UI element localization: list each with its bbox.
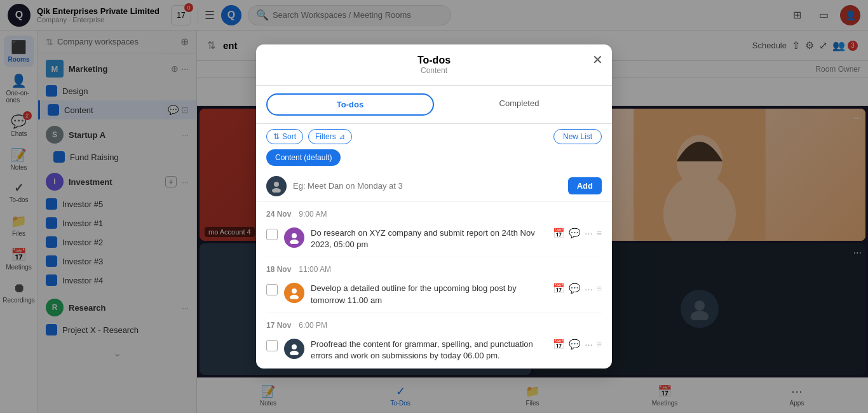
todo-time-1: 9:00 AM bbox=[299, 210, 327, 219]
drag-handle-1[interactable]: ≡ bbox=[597, 228, 602, 238]
svg-point-12 bbox=[292, 288, 297, 294]
add-todo-button[interactable]: Add bbox=[568, 177, 602, 194]
modal-close-button[interactable]: ✕ bbox=[592, 52, 603, 67]
todo-actions-2: 📅 💬 ··· ≡ bbox=[553, 283, 602, 294]
todo-checkbox-3[interactable] bbox=[266, 340, 278, 351]
todo-group-1: 24 Nov 9:00 AM Do research on XYZ compan… bbox=[256, 202, 612, 257]
svg-point-8 bbox=[274, 182, 279, 187]
todo-actions-3: 📅 💬 ··· ≡ bbox=[553, 339, 602, 350]
modal-list-tabs: Content (default) bbox=[256, 149, 612, 171]
drag-handle-2[interactable]: ≡ bbox=[597, 283, 602, 294]
svg-point-14 bbox=[292, 344, 297, 349]
todo-checkbox-2[interactable] bbox=[266, 284, 278, 295]
todo-time-2: 11:00 AM bbox=[299, 265, 331, 274]
modal-title: To-dos bbox=[266, 55, 602, 66]
calendar-action-icon-3[interactable]: 📅 bbox=[553, 339, 565, 350]
drag-handle-3[interactable]: ≡ bbox=[597, 339, 602, 349]
todo-date-2: 18 Nov bbox=[266, 265, 291, 274]
new-list-button[interactable]: New List bbox=[553, 129, 602, 144]
filter-icon: ⊿ bbox=[339, 132, 345, 141]
modal-tabs: To-dos Completed bbox=[256, 86, 612, 124]
filter-label: Filters bbox=[315, 132, 336, 141]
svg-point-11 bbox=[290, 240, 299, 244]
todo-date-header-3: 17 Nov 6:00 PM bbox=[266, 313, 602, 332]
tab-todos[interactable]: To-dos bbox=[266, 93, 434, 116]
comment-action-icon-3[interactable]: 💬 bbox=[569, 339, 581, 350]
svg-point-15 bbox=[290, 351, 299, 355]
more-action-icon-3[interactable]: ··· bbox=[585, 339, 593, 349]
todo-text-3: Proofread the content for grammar, spell… bbox=[311, 339, 546, 362]
todo-input[interactable] bbox=[293, 181, 562, 191]
filter-button[interactable]: Filters ⊿ bbox=[308, 129, 352, 144]
todo-group-3: 17 Nov 6:00 PM Proofread the content for… bbox=[256, 313, 612, 369]
todo-input-row: Add bbox=[256, 171, 612, 202]
todo-date-header-1: 24 Nov 9:00 AM bbox=[266, 202, 602, 221]
todo-actions-1: 📅 💬 ··· ≡ bbox=[553, 227, 602, 239]
calendar-action-icon-2[interactable]: 📅 bbox=[553, 283, 565, 294]
todo-item-3: Proofread the content for grammar, spell… bbox=[266, 332, 602, 369]
more-action-icon-2[interactable]: ··· bbox=[585, 283, 593, 294]
todo-item-1: Do research on XYZ company and submit re… bbox=[266, 221, 602, 257]
todo-text-2: Develop a detailed outline for the upcom… bbox=[311, 283, 546, 306]
sort-label: Sort bbox=[282, 132, 296, 141]
todo-time-3: 6:00 PM bbox=[299, 321, 327, 330]
modal-body: 24 Nov 9:00 AM Do research on XYZ compan… bbox=[256, 202, 612, 369]
sort-button[interactable]: ⇅ Sort bbox=[266, 129, 303, 144]
todo-date-header-2: 18 Nov 11:00 AM bbox=[266, 257, 602, 276]
modal-toolbar: ⇅ Sort Filters ⊿ New List bbox=[256, 124, 612, 149]
todo-date-1: 24 Nov bbox=[266, 210, 291, 219]
list-tab-content[interactable]: Content (default) bbox=[266, 149, 341, 166]
svg-point-9 bbox=[272, 188, 281, 193]
calendar-action-icon-1[interactable]: 📅 bbox=[553, 227, 565, 239]
comment-action-icon-1[interactable]: 💬 bbox=[569, 227, 581, 239]
comment-action-icon-2[interactable]: 💬 bbox=[569, 283, 581, 294]
todo-group-2: 18 Nov 11:00 AM Develop a detailed outli… bbox=[256, 257, 612, 313]
todo-item-2: Develop a detailed outline for the upcom… bbox=[266, 276, 602, 313]
modal-subtitle: Content bbox=[266, 66, 602, 75]
tab-completed[interactable]: Completed bbox=[437, 93, 602, 116]
todo-avatar-2 bbox=[284, 283, 304, 303]
input-avatar bbox=[266, 176, 287, 196]
todo-avatar-3 bbox=[284, 339, 304, 359]
todo-checkbox-1[interactable] bbox=[266, 229, 278, 240]
todo-date-3: 17 Nov bbox=[266, 321, 291, 330]
todos-modal: To-dos Content ✕ To-dos Completed ⇅ Sort… bbox=[256, 44, 612, 369]
todo-text-1: Do research on XYZ company and submit re… bbox=[311, 227, 546, 250]
svg-point-13 bbox=[290, 295, 299, 299]
svg-point-10 bbox=[292, 233, 297, 238]
modal-header: To-dos Content ✕ bbox=[256, 44, 612, 86]
sort-icon: ⇅ bbox=[273, 132, 280, 141]
more-action-icon-1[interactable]: ··· bbox=[585, 227, 593, 238]
modal-overlay: To-dos Content ✕ To-dos Completed ⇅ Sort… bbox=[0, 0, 868, 413]
todo-avatar-1 bbox=[284, 227, 304, 248]
